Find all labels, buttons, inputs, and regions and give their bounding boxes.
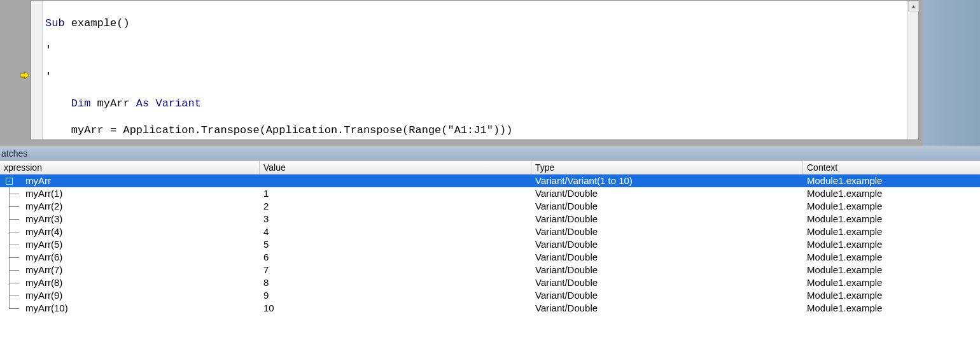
keyword: Dim <box>71 97 91 110</box>
watch-expression: myArr(8) <box>25 276 62 289</box>
watch-type: Variant/Double <box>531 200 803 213</box>
code-text: myArr = Application.Transpose(Applicatio… <box>71 124 513 136</box>
watch-type: Variant/Double <box>531 264 803 276</box>
watch-value: 5 <box>260 238 531 251</box>
watch-context: Module1.example <box>803 187 980 200</box>
watches-body: - myArr Variant/Variant(1 to 10) Module1… <box>0 174 980 315</box>
watches-header-row: xpression Value Type Context <box>0 160 980 174</box>
code-text: ' <box>45 71 52 83</box>
tree-branch-icon <box>0 251 25 264</box>
watch-child-row[interactable]: myArr(6)6Variant/DoubleModule1.example <box>0 251 980 264</box>
watch-context: Module1.example <box>803 213 980 225</box>
svg-marker-0 <box>20 71 29 79</box>
watch-value <box>260 174 531 187</box>
watch-value: 1 <box>260 187 531 200</box>
tree-branch-icon <box>0 302 25 315</box>
code-text-area[interactable]: Sub example() ' ' Dim myArr As Variant m… <box>43 1 907 139</box>
collapse-icon[interactable]: - <box>6 178 13 185</box>
watch-child-row[interactable]: myArr(4)4Variant/DoubleModule1.example <box>0 225 980 238</box>
watch-child-row[interactable]: myArr(5)5Variant/DoubleModule1.example <box>0 238 980 251</box>
watch-type: Variant/Double <box>531 225 803 238</box>
watch-type: Variant/Variant(1 to 10) <box>531 174 803 187</box>
tree-branch-icon <box>0 238 25 251</box>
watch-type: Variant/Double <box>531 276 803 289</box>
tree-branch-icon <box>0 276 25 289</box>
tree-branch-icon <box>0 225 25 238</box>
tree-expander-area[interactable]: - <box>0 174 25 187</box>
watch-value: 7 <box>260 264 531 276</box>
watch-context: Module1.example <box>803 302 980 315</box>
watch-expression: myArr(7) <box>25 264 62 276</box>
keyword: Sub <box>45 17 65 29</box>
watch-expression: myArr <box>25 174 51 187</box>
header-context[interactable]: Context <box>803 161 980 174</box>
watch-child-row[interactable]: myArr(8)8Variant/DoubleModule1.example <box>0 276 980 289</box>
code-text: myArr <box>90 97 136 110</box>
watch-expression: myArr(5) <box>25 238 62 251</box>
tree-branch-icon <box>0 200 25 213</box>
watch-child-row[interactable]: myArr(1)1Variant/DoubleModule1.example <box>0 187 980 200</box>
watch-context: Module1.example <box>803 276 980 289</box>
watch-expression: myArr(4) <box>25 225 62 238</box>
tree-branch-icon <box>0 289 25 302</box>
watch-child-row[interactable]: myArr(9)9Variant/DoubleModule1.example <box>0 289 980 302</box>
watch-expression: myArr(10) <box>25 302 68 315</box>
watch-value: 6 <box>260 251 531 264</box>
scroll-up-button[interactable]: ▴ <box>908 1 919 11</box>
watch-child-row[interactable]: myArr(3)3Variant/DoubleModule1.example <box>0 213 980 225</box>
watch-context: Module1.example <box>803 200 980 213</box>
code-text: ' <box>45 44 52 56</box>
keyword: As Variant <box>136 97 201 110</box>
watch-context: Module1.example <box>803 264 980 276</box>
watch-child-row[interactable]: myArr(2)2Variant/DoubleModule1.example <box>0 200 980 213</box>
watches-panel-title[interactable]: atches <box>0 146 980 160</box>
watch-context: Module1.example <box>803 251 980 264</box>
watch-expression: myArr(1) <box>25 187 62 200</box>
code-indent <box>45 124 71 136</box>
watch-child-row[interactable]: myArr(10)10Variant/DoubleModule1.example <box>0 302 980 315</box>
execution-pointer-icon <box>20 71 29 79</box>
tree-branch-icon <box>0 187 25 200</box>
code-pane[interactable]: Sub example() ' ' Dim myArr As Variant m… <box>31 0 919 140</box>
vertical-scrollbar[interactable]: ▴ <box>907 1 918 139</box>
watch-context: Module1.example <box>803 225 980 238</box>
watch-type: Variant/Double <box>531 187 803 200</box>
margin-indicator-bar[interactable] <box>31 1 43 139</box>
watch-value: 4 <box>260 225 531 238</box>
code-editor-region: Sub example() ' ' Dim myArr As Variant m… <box>0 0 980 146</box>
code-indent <box>45 97 71 110</box>
watch-expression: myArr(2) <box>25 200 62 213</box>
watch-type: Variant/Double <box>531 238 803 251</box>
code-text: example() <box>65 17 130 29</box>
watch-context: Module1.example <box>803 174 980 187</box>
header-expression[interactable]: xpression <box>0 161 260 174</box>
watch-expression: myArr(9) <box>25 289 62 302</box>
watch-context: Module1.example <box>803 238 980 251</box>
watch-expression: myArr(6) <box>25 251 62 264</box>
watch-type: Variant/Double <box>531 251 803 264</box>
watches-panel: xpression Value Type Context - myArr Var… <box>0 160 980 356</box>
watch-type: Variant/Double <box>531 289 803 302</box>
header-type[interactable]: Type <box>531 161 803 174</box>
watch-value: 9 <box>260 289 531 302</box>
watch-value: 3 <box>260 213 531 225</box>
header-value[interactable]: Value <box>260 161 531 174</box>
watch-value: 8 <box>260 276 531 289</box>
watch-type: Variant/Double <box>531 213 803 225</box>
watch-child-row[interactable]: myArr(7)7Variant/DoubleModule1.example <box>0 264 980 276</box>
watch-value: 10 <box>260 302 531 315</box>
watch-root-row[interactable]: - myArr Variant/Variant(1 to 10) Module1… <box>0 174 980 187</box>
docked-panel-edge <box>923 0 980 146</box>
watch-value: 2 <box>260 200 531 213</box>
tree-branch-icon <box>0 213 25 225</box>
watch-expression: myArr(3) <box>25 213 62 225</box>
watch-type: Variant/Double <box>531 302 803 315</box>
tree-branch-icon <box>0 264 25 276</box>
watch-context: Module1.example <box>803 289 980 302</box>
